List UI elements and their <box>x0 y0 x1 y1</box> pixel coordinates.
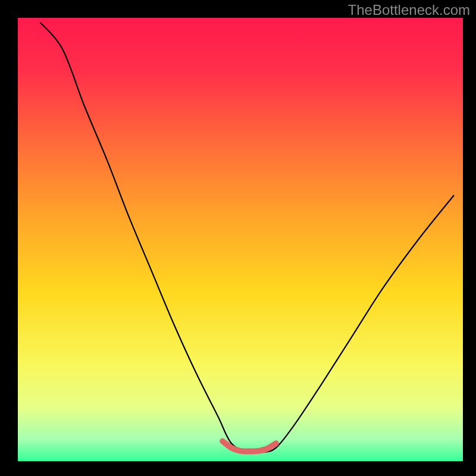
chart-frame: TheBottleneck.com <box>0 0 476 476</box>
bottleneck-chart <box>0 0 476 476</box>
gradient-background <box>18 18 463 461</box>
